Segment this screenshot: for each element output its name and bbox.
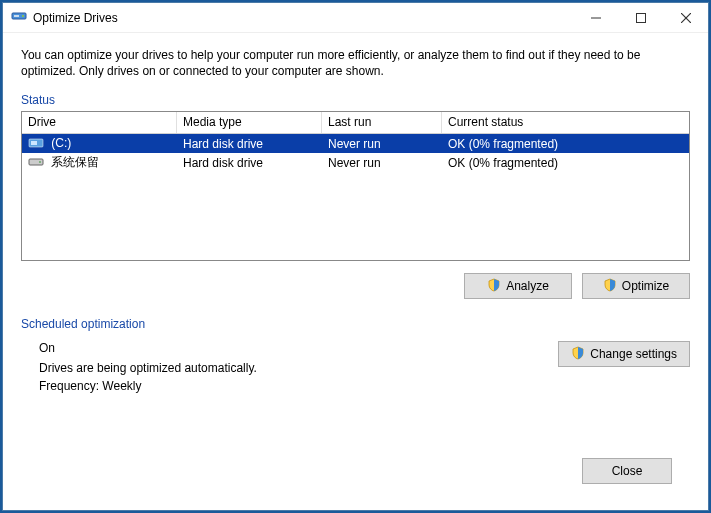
optimize-drives-window: Optimize Drives You can optimize your dr… xyxy=(2,2,709,511)
drive-name: 系统保留 xyxy=(51,155,99,169)
col-header-lastrun[interactable]: Last run xyxy=(322,112,442,133)
col-header-drive[interactable]: Drive xyxy=(22,112,177,133)
close-window-button[interactable] xyxy=(663,3,708,32)
optimize-button[interactable]: Optimize xyxy=(582,273,690,299)
shield-icon xyxy=(571,346,585,363)
analyze-button[interactable]: Analyze xyxy=(464,273,572,299)
close-button[interactable]: Close xyxy=(582,458,672,484)
svg-rect-8 xyxy=(31,141,37,145)
maximize-button[interactable] xyxy=(618,3,663,32)
scheduled-line2: Frequency: Weekly xyxy=(39,379,558,393)
drive-lastrun: Never run xyxy=(322,136,442,152)
change-settings-label: Change settings xyxy=(590,347,677,361)
drive-row[interactable]: 系统保留 Hard disk drive Never run OK (0% fr… xyxy=(22,153,689,172)
analyze-label: Analyze xyxy=(506,279,549,293)
drive-status: OK (0% fragmented) xyxy=(442,155,689,171)
drive-icon xyxy=(28,137,44,152)
col-header-media[interactable]: Media type xyxy=(177,112,322,133)
drive-status: OK (0% fragmented) xyxy=(442,136,689,152)
drive-name: (C:) xyxy=(51,136,71,150)
window-title: Optimize Drives xyxy=(33,11,118,25)
scheduled-state: On xyxy=(39,341,558,355)
titlebar: Optimize Drives xyxy=(3,3,708,33)
close-label: Close xyxy=(612,464,643,478)
drive-icon xyxy=(28,156,44,171)
shield-icon xyxy=(603,278,617,295)
scheduled-text: On Drives are being optimized automatica… xyxy=(39,341,558,397)
footer: Close xyxy=(21,448,690,498)
list-header: Drive Media type Last run Current status xyxy=(22,112,689,134)
scheduled-label: Scheduled optimization xyxy=(21,317,690,331)
svg-point-1 xyxy=(22,15,24,17)
minimize-button[interactable] xyxy=(573,3,618,32)
drive-media: Hard disk drive xyxy=(177,136,322,152)
description-text: You can optimize your drives to help you… xyxy=(21,47,690,79)
shield-icon xyxy=(487,278,501,295)
svg-rect-2 xyxy=(14,15,19,17)
scheduled-section: Scheduled optimization On Drives are bei… xyxy=(21,317,690,397)
drive-media: Hard disk drive xyxy=(177,155,322,171)
content-area: You can optimize your drives to help you… xyxy=(3,33,708,510)
change-settings-button[interactable]: Change settings xyxy=(558,341,690,367)
optimize-label: Optimize xyxy=(622,279,669,293)
scheduled-line1: Drives are being optimized automatically… xyxy=(39,361,558,375)
drive-row[interactable]: (C:) Hard disk drive Never run OK (0% fr… xyxy=(22,134,689,153)
status-section-label: Status xyxy=(21,93,690,107)
svg-rect-4 xyxy=(636,13,645,22)
svg-point-10 xyxy=(39,161,41,163)
drives-list[interactable]: Drive Media type Last run Current status… xyxy=(21,111,690,261)
drive-lastrun: Never run xyxy=(322,155,442,171)
app-icon xyxy=(11,8,27,27)
col-header-status[interactable]: Current status xyxy=(442,112,689,133)
action-button-row: Analyze Optimize xyxy=(21,273,690,299)
